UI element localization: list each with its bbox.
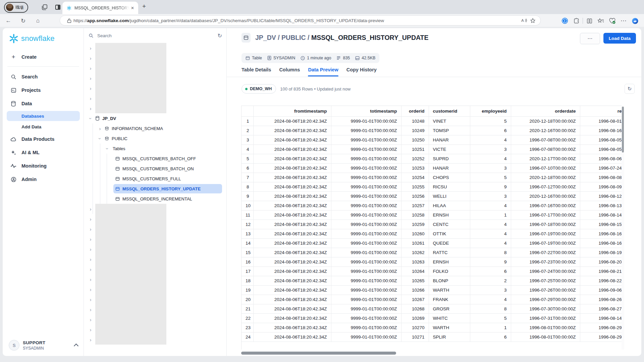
tree-item-redacted[interactable]: ›: [84, 214, 227, 224]
load-data-button[interactable]: Load Data: [603, 33, 636, 44]
workspaces-icon[interactable]: [40, 3, 48, 11]
vertical-scrollbar-thumb[interactable]: [622, 107, 624, 153]
settings-more-icon[interactable]: ⋯: [618, 16, 629, 25]
vertical-tabs-icon[interactable]: [54, 3, 62, 11]
extensions-icon[interactable]: [571, 16, 582, 25]
chevron-right-icon[interactable]: ›: [88, 237, 93, 242]
sidebar-item-monitoring[interactable]: Monitoring: [3, 159, 84, 173]
tree-item-redacted[interactable]: ›: [84, 234, 227, 244]
tree-item-redacted[interactable]: ›: [84, 63, 227, 73]
tree-item-redacted[interactable]: ›: [84, 103, 227, 113]
tree-item-redacted[interactable]: ›: [84, 83, 227, 93]
tree-item-redacted[interactable]: ›: [84, 204, 227, 214]
tree-item-redacted[interactable]: ›: [84, 324, 227, 335]
tree-item-table[interactable]: MSSQL_CUSTOMERS_BATCH_OFF: [84, 154, 227, 164]
lock-icon[interactable]: [65, 16, 73, 25]
favorites-bar-icon[interactable]: [595, 16, 606, 25]
tree-item-tables-group[interactable]: › Tables: [84, 143, 227, 154]
horizontal-scrollbar[interactable]: [241, 352, 622, 355]
account-switcher[interactable]: S SUPPORT SYSADMIN: [3, 340, 84, 351]
chevron-right-icon[interactable]: ›: [88, 337, 93, 342]
back-icon[interactable]: ←: [4, 16, 13, 25]
snowflake-logo[interactable]: snowflake: [9, 34, 55, 44]
chevron-right-icon[interactable]: ›: [88, 76, 93, 81]
chevron-right-icon[interactable]: ›: [88, 287, 93, 292]
sidebar-item-databases[interactable]: Databases: [7, 111, 80, 121]
tab-data-preview[interactable]: Data Preview: [308, 67, 338, 76]
chevron-right-icon[interactable]: ›: [88, 297, 93, 302]
close-tab-icon[interactable]: ✕: [129, 5, 136, 11]
chevron-right-icon[interactable]: ›: [88, 327, 93, 332]
new-tab-button[interactable]: +: [142, 3, 146, 10]
chevron-expanded-icon[interactable]: ›: [88, 116, 93, 121]
tree-item-table[interactable]: MSSQL_CUSTOMERS_BATCH_ON: [84, 164, 227, 174]
browser-profile-button[interactable]: 職場: [4, 2, 28, 13]
chevron-right-icon[interactable]: ›: [97, 126, 103, 131]
tree-item-database[interactable]: › JP_DV: [84, 113, 227, 123]
tree-item-redacted[interactable]: ›: [84, 73, 227, 83]
tab-columns[interactable]: Columns: [279, 67, 300, 76]
tree-item-redacted[interactable]: ›: [84, 335, 227, 345]
address-bar[interactable]: https://app.snowflake.com/jugdhon/cdata_…: [60, 15, 541, 25]
read-aloud-icon[interactable]: A: [520, 16, 528, 25]
tree-item-redacted[interactable]: ›: [84, 53, 227, 63]
chevron-right-icon[interactable]: ›: [88, 247, 93, 252]
tree-item-schema[interactable]: › INFORMATION_SCHEMA: [84, 123, 227, 133]
more-actions-button[interactable]: ⋯: [580, 33, 600, 44]
sidebar-item-add-data[interactable]: Add Data: [7, 122, 80, 132]
tree-item-table[interactable]: MSSQL_ORDERS_INCREMENTAL: [84, 194, 227, 204]
tree-item-redacted[interactable]: ›: [84, 264, 227, 274]
tree-item-redacted[interactable]: ›: [84, 93, 227, 103]
password-manager-icon[interactable]: [559, 16, 571, 25]
chevron-right-icon[interactable]: ›: [88, 96, 93, 101]
chevron-expanded-icon[interactable]: ›: [98, 136, 103, 141]
preview-refresh-icon[interactable]: ↻: [625, 84, 635, 94]
copilot-icon[interactable]: [629, 16, 641, 25]
tab-table-details[interactable]: Table Details: [241, 67, 271, 76]
chevron-right-icon[interactable]: ›: [88, 307, 93, 312]
chevron-right-icon[interactable]: ›: [88, 86, 93, 91]
browser-tab[interactable]: MSSQL_ORDERS_HISTORY_UPDATE ✕: [62, 2, 138, 14]
tree-item-redacted[interactable]: ›: [84, 43, 227, 53]
home-icon[interactable]: ⌂: [34, 16, 42, 25]
chevron-right-icon[interactable]: ›: [88, 217, 93, 222]
breadcrumb[interactable]: JP_DV / PUBLIC / MSSQL_ORDERS_HISTORY_UP…: [255, 34, 429, 42]
split-screen-icon[interactable]: [584, 16, 595, 25]
chevron-expanded-icon[interactable]: ›: [105, 146, 110, 151]
sidebar-item-data-products[interactable]: Data Products: [3, 132, 84, 146]
tab-copy-history[interactable]: Copy History: [346, 67, 377, 76]
tree-item-redacted[interactable]: ›: [84, 254, 227, 264]
tree-item-redacted[interactable]: ›: [84, 244, 227, 254]
sidebar-item-admin[interactable]: Admin: [3, 173, 84, 186]
sidebar-item-projects[interactable]: Projects: [3, 83, 84, 97]
chevron-right-icon[interactable]: ›: [88, 227, 93, 232]
chevron-right-icon[interactable]: ›: [88, 106, 93, 111]
chevron-right-icon[interactable]: ›: [88, 257, 93, 262]
vertical-scrollbar[interactable]: [622, 106, 624, 350]
tree-item-redacted[interactable]: ›: [84, 304, 227, 314]
chevron-right-icon[interactable]: ›: [88, 277, 93, 282]
chevron-right-icon[interactable]: ›: [88, 317, 93, 322]
tree-item-redacted[interactable]: ›: [84, 224, 227, 234]
sidebar-item-data[interactable]: Data: [3, 97, 84, 110]
chevron-right-icon[interactable]: ›: [88, 46, 93, 51]
chevron-right-icon[interactable]: ›: [88, 267, 93, 272]
tree-refresh-icon[interactable]: ↻: [218, 33, 222, 39]
tree-item-redacted[interactable]: ›: [84, 314, 227, 324]
tree-search-input[interactable]: [97, 33, 215, 39]
create-button[interactable]: + Create: [3, 50, 84, 64]
tree-item-redacted[interactable]: ›: [84, 294, 227, 304]
tree-item-table[interactable]: MSSQL_ORDERS_HISTORY_UPDATE: [84, 184, 227, 194]
warehouse-selector[interactable]: DEMO_WH: [241, 84, 276, 94]
chevron-right-icon[interactable]: ›: [88, 56, 93, 61]
chevron-right-icon[interactable]: ›: [88, 206, 93, 212]
tree-item-table[interactable]: MSSQL_CUSTOMERS_FULL: [84, 174, 227, 184]
tree-item-redacted[interactable]: ›: [84, 284, 227, 294]
sidebar-item-search[interactable]: Search: [3, 70, 84, 83]
horizontal-scrollbar-thumb[interactable]: [241, 352, 396, 355]
sidebar-item-ai-ml[interactable]: AI & ML: [3, 146, 84, 159]
refresh-icon[interactable]: ↻: [19, 16, 28, 25]
chevron-right-icon[interactable]: ›: [88, 66, 93, 71]
tree-item-redacted[interactable]: ›: [84, 274, 227, 284]
tree-item-schema[interactable]: › PUBLIC: [84, 133, 227, 143]
